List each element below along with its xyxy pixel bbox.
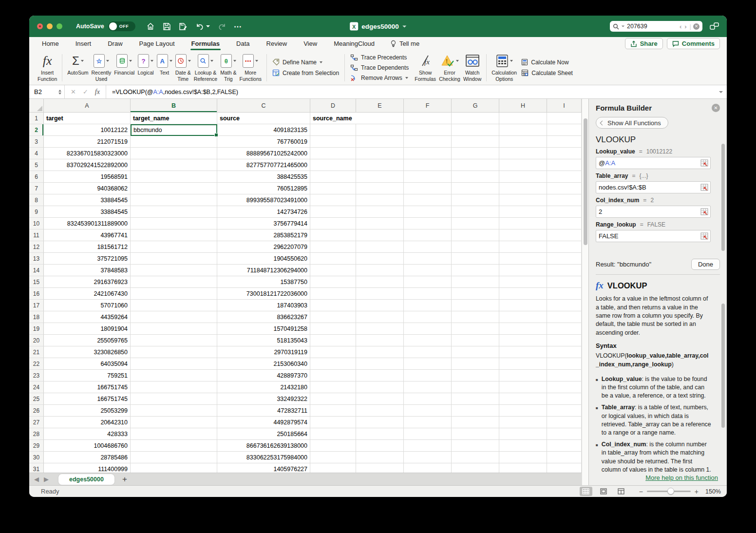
grid-cell[interactable] <box>356 183 404 194</box>
search-box[interactable]: 207639 ‹ › | ✕ <box>610 21 702 32</box>
panel-close-icon[interactable]: ✕ <box>712 104 720 112</box>
grid-cell[interactable] <box>547 335 582 346</box>
grid-cell[interactable]: 760512895 <box>217 183 310 194</box>
row-header-13[interactable]: 13 <box>29 253 44 265</box>
watch-window-button[interactable]: Watch Window <box>463 53 481 81</box>
minimize-window-button[interactable] <box>47 23 53 29</box>
grid-cell[interactable] <box>310 393 356 405</box>
row-header-12[interactable]: 12 <box>29 241 44 253</box>
grid-cell[interactable] <box>131 417 217 428</box>
grid-cell[interactable] <box>499 124 547 136</box>
grid-cell[interactable] <box>547 440 582 452</box>
grid-cell[interactable] <box>499 159 547 171</box>
grid-cell[interactable]: 4492879574 <box>217 417 310 428</box>
grid-cell[interactable]: 888895671025242000 <box>217 148 310 159</box>
grid-cell[interactable] <box>131 136 217 148</box>
grid-cell[interactable] <box>404 136 452 148</box>
grid-cell[interactable] <box>547 136 582 148</box>
grid-cell[interactable] <box>356 311 404 323</box>
grid-cell[interactable] <box>499 206 547 218</box>
range-selector-icon[interactable] <box>700 232 708 240</box>
grid-cell[interactable] <box>131 311 217 323</box>
done-button[interactable]: Done <box>691 259 720 270</box>
range-selector-icon[interactable] <box>700 159 708 167</box>
grid-cell[interactable] <box>404 300 452 311</box>
grid-cell[interactable] <box>131 452 217 463</box>
grid-cell[interactable] <box>131 194 217 206</box>
row-header-3[interactable]: 3 <box>29 136 44 148</box>
grid-cell[interactable] <box>131 159 217 171</box>
grid-cell[interactable] <box>547 206 582 218</box>
formula-bar-expand-icon[interactable] <box>719 91 723 93</box>
grid-cell[interactable] <box>499 405 547 417</box>
grid-cell[interactable] <box>356 440 404 452</box>
grid-cell[interactable] <box>452 124 499 136</box>
grid-cell[interactable] <box>356 206 404 218</box>
grid-cell[interactable] <box>452 136 499 148</box>
grid-cell[interactable] <box>404 405 452 417</box>
grid-cell[interactable] <box>356 148 404 159</box>
grid-cell[interactable] <box>310 206 356 218</box>
grid-cell[interactable]: 832453901311889000 <box>44 218 131 229</box>
grid-cell[interactable] <box>452 265 499 276</box>
grid-cell[interactable] <box>452 241 499 253</box>
grid-cell[interactable] <box>310 218 356 229</box>
grid-cell[interactable] <box>356 253 404 265</box>
grid-cell[interactable] <box>310 159 356 171</box>
grid-cell[interactable]: 940368062 <box>44 183 131 194</box>
undo-icon[interactable] <box>195 22 210 31</box>
define-name-button[interactable]: Define Name <box>272 58 339 66</box>
grid-cell[interactable] <box>499 288 547 300</box>
grid-cell[interactable] <box>310 288 356 300</box>
tab-home[interactable]: Home <box>41 38 60 49</box>
grid-cell[interactable] <box>310 381 356 393</box>
grid-cell[interactable]: 2853852179 <box>217 229 310 241</box>
more-functions-button[interactable]: •••More Functions <box>239 53 262 81</box>
grid-cell[interactable] <box>356 276 404 288</box>
row-header-18[interactable]: 18 <box>29 311 44 323</box>
show-formulas-button[interactable]: fx Show Formulas <box>415 53 436 81</box>
add-sheet-button[interactable]: + <box>122 475 127 484</box>
grid-cell[interactable] <box>310 229 356 241</box>
grid-cell[interactable] <box>356 229 404 241</box>
grid-cell[interactable]: 827757707721465000 <box>217 159 310 171</box>
grid-cell[interactable] <box>356 358 404 370</box>
text-button[interactable]: AText <box>157 53 172 76</box>
grid-cell[interactable]: 2962207079 <box>217 241 310 253</box>
grid-cell[interactable] <box>404 428 452 440</box>
grid-cell[interactable] <box>404 463 452 473</box>
grid-cell[interactable] <box>131 358 217 370</box>
row-header-10[interactable]: 10 <box>29 218 44 229</box>
grid-cell[interactable] <box>310 124 356 136</box>
range-selector-icon[interactable] <box>700 208 708 215</box>
column-header-A[interactable]: A <box>44 99 131 113</box>
autosave-toggle[interactable]: OFF <box>108 21 135 31</box>
grid-cell[interactable] <box>452 346 499 358</box>
grid-cell[interactable] <box>404 113 452 124</box>
row-header-4[interactable]: 4 <box>29 148 44 159</box>
grid-cell[interactable]: 111400999 <box>44 463 131 473</box>
zoom-slider-knob[interactable] <box>667 488 674 495</box>
grid-cell[interactable] <box>404 265 452 276</box>
grid-cell[interactable] <box>499 440 547 452</box>
grid-cell[interactable] <box>499 113 547 124</box>
grid-cell[interactable] <box>356 171 404 183</box>
grid-cell[interactable] <box>452 417 499 428</box>
grid-cell[interactable] <box>452 159 499 171</box>
grid-cell[interactable]: 19568591 <box>44 171 131 183</box>
grid-cell[interactable] <box>547 323 582 335</box>
grid-cell[interactable]: source <box>217 113 310 124</box>
grid-cell[interactable] <box>499 194 547 206</box>
cancel-entry-icon[interactable]: ✕ <box>71 88 76 95</box>
page-break-view-button[interactable] <box>615 487 627 496</box>
row-header-31[interactable]: 31 <box>29 463 44 473</box>
calculate-now-button[interactable]: Calculate Now <box>521 58 573 66</box>
date-time-button[interactable]: Date & Time <box>175 53 191 81</box>
search-clear-icon[interactable]: ✕ <box>693 23 699 30</box>
grid-cell[interactable]: source_name <box>310 113 356 124</box>
grid-cell[interactable] <box>131 171 217 183</box>
grid-vertical-scrollbar[interactable] <box>582 99 588 485</box>
grid-cell[interactable] <box>452 370 499 381</box>
grid-cell[interactable] <box>499 218 547 229</box>
grid-cell[interactable]: 25053299 <box>44 405 131 417</box>
